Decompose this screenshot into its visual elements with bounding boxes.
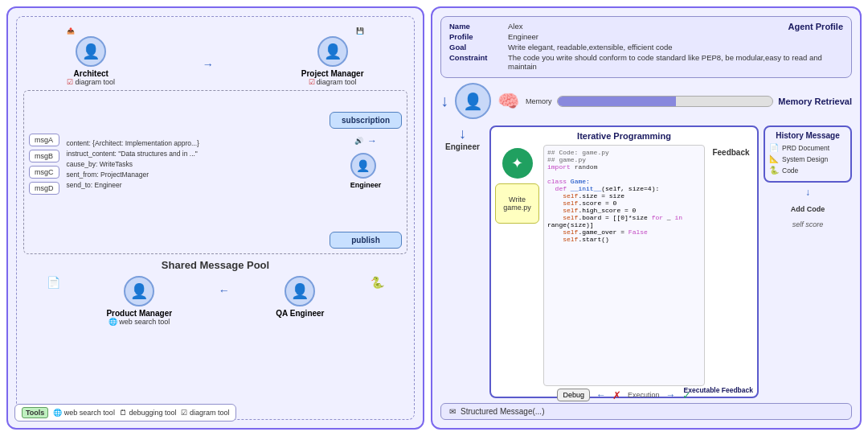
- project-manager-node: 💾 👤 Project Manager ☑ diagram tool: [301, 27, 364, 86]
- sysdesign-label: System Design: [782, 155, 828, 163]
- right-panel: Agent Profile NameAlex ProfileEngineer G…: [431, 6, 862, 430]
- history-down-arrow: ↓: [764, 187, 852, 198]
- right-arrow: →: [367, 135, 377, 146]
- memory-section: ↓ 👤 🧠 Memory Memory Retrieval: [440, 83, 852, 119]
- architect-upload-icon: 📤: [67, 27, 75, 35]
- left-panel: 📤 👤 Architect ☑ diagram tool →: [6, 6, 424, 430]
- memory-bar-container: Memory Memory Retrieval: [526, 96, 852, 107]
- product-manager-label: Product Manager: [106, 309, 172, 318]
- self-score-label: self score: [764, 220, 852, 228]
- audio-icon: 🔊: [354, 137, 363, 145]
- feedback-col: Feedback: [709, 145, 753, 386]
- architect-tool-icon: ☑: [67, 78, 73, 86]
- cross-icon: ✗: [612, 389, 621, 401]
- engineer-main-avatar: 👤: [455, 83, 491, 119]
- code-line-8: self.high_score = 0: [547, 207, 701, 214]
- architect-node: 📤 👤 Architect ☑ diagram tool: [67, 27, 115, 86]
- qa-engineer-node: 👤 QA Engineer: [276, 276, 324, 326]
- memory-bar: [557, 96, 774, 107]
- code-line-1: ## Code: game.py: [547, 149, 701, 156]
- pm-save-icon: 💾: [356, 27, 364, 35]
- history-code: 🐍 Code: [769, 166, 846, 175]
- structured-message: ✉ Structured Message(...): [440, 403, 852, 420]
- code-label: Code: [782, 167, 798, 175]
- engineer-avatar-small: 👤: [350, 153, 376, 179]
- sysdesign-icon: 📐: [769, 154, 779, 163]
- engineer-down-arrow: ↓: [459, 125, 466, 142]
- publish-box: publish: [330, 232, 402, 249]
- msg-line5: send_to: Engineer: [67, 181, 322, 189]
- diagram-tool-item: ☑ diagram tool: [181, 409, 229, 417]
- pm-label: Project Manager: [301, 69, 364, 78]
- bottom-agents: 📄 👤 Product Manager 🌐 web search tool ← …: [23, 276, 407, 326]
- exec-right-arrow: →: [666, 389, 676, 401]
- msg-b: msgB: [29, 150, 59, 162]
- memory-label: Memory: [526, 97, 552, 105]
- architect-avatar: 👤: [76, 36, 106, 67]
- executable-feedback-label: Executable Feedback: [684, 386, 753, 394]
- engineer-right-label: 👤 Engineer: [350, 153, 382, 189]
- write-game-btn: Write game.py: [495, 183, 539, 224]
- prd-icon: 📄: [769, 143, 779, 152]
- goal-key: Goal: [449, 43, 502, 51]
- pm-tool-icon: ☑: [309, 78, 315, 86]
- web-icon: 🌐: [108, 318, 117, 326]
- msg-d: msgD: [29, 182, 59, 195]
- tools-legend: Tools 🌐 web search tool 🗒 debugging tool…: [14, 404, 236, 422]
- right-side-col: History Message 📄 PRD Document 📐 System …: [764, 125, 852, 398]
- structured-msg-text: Structured Message(...): [461, 407, 544, 416]
- message-content: content: {Architect: Implementation appr…: [63, 100, 326, 228]
- code-line-7: self.score = 0: [547, 199, 701, 207]
- msg-line3: cause_by: WriteTasks: [67, 160, 322, 168]
- work-area: ↓ Engineer Iterative Programming ✦ Write…: [440, 125, 852, 398]
- qa-label: QA Engineer: [276, 309, 324, 318]
- history-sysdesign: 📐 System Design: [769, 154, 846, 163]
- qa-avatar: 👤: [285, 276, 315, 306]
- code-line-3: import random: [547, 163, 701, 171]
- history-box: History Message 📄 PRD Document 📐 System …: [764, 125, 852, 183]
- code-icon: 🐍: [769, 166, 779, 175]
- shared-message-pool-title: Shared Message Pool: [23, 259, 407, 271]
- memory-retrieval-label: Memory Retrieval: [778, 97, 852, 106]
- constraint-val: The code you write should conform to cod…: [508, 53, 843, 71]
- arch-to-pm-arrow: →: [203, 42, 214, 86]
- name-key: Name: [449, 22, 502, 31]
- web-search-item: 🌐 web search tool: [53, 409, 115, 417]
- product-manager-tool: web search tool: [119, 318, 170, 326]
- profile-table: NameAlex ProfileEngineer GoalWrite elega…: [449, 22, 843, 71]
- pm-tool-label: diagram tool: [317, 78, 357, 86]
- code-line-12: self.start(): [547, 236, 701, 243]
- profile-title: Agent Profile: [788, 22, 843, 31]
- product-manager-avatar: 👤: [124, 276, 154, 306]
- msg-line2: instruct_content: "Data structures and i…: [67, 150, 322, 158]
- code-line-6: self.size = size: [547, 192, 701, 199]
- memory-bar-fill: [558, 97, 676, 106]
- debug-box: Debug: [557, 389, 590, 401]
- pm-avatar: 👤: [317, 36, 348, 67]
- msg-line4: sent_from: ProjectManager: [67, 171, 322, 179]
- engineer-label-col: ↓ Engineer: [440, 125, 485, 398]
- code-line-9: self.board = [[0]*size for _ in: [547, 214, 701, 221]
- profile-key: Profile: [449, 32, 502, 41]
- email-icon: ✉: [449, 407, 456, 416]
- profile-val: Engineer: [508, 32, 843, 41]
- add-code-label: Add Code: [764, 205, 852, 213]
- constraint-key: Constraint: [449, 53, 502, 71]
- code-line-11: self.game_over = False: [547, 228, 701, 236]
- python-icon: 🐍: [371, 276, 384, 289]
- code-line-2: ## game.py: [547, 156, 701, 163]
- msg-line1: content: {Architect: Implementation appr…: [67, 139, 322, 147]
- feedback-label: Feedback: [712, 148, 749, 157]
- msg-a: msgA: [29, 134, 59, 146]
- code-line-4: class Game:: [547, 178, 701, 185]
- debug-left-arrow: ←: [596, 389, 606, 401]
- debug-tool-item: 🗒 debugging tool: [120, 409, 177, 417]
- gpt-icon: ✦: [502, 148, 533, 179]
- pdf-icon: 📄: [47, 276, 60, 289]
- brain-icon: 🧠: [497, 91, 519, 112]
- code-line-10: range(size)]: [547, 221, 701, 228]
- message-list: msgA msgB msgC msgD: [29, 100, 59, 228]
- architect-label: Architect: [74, 69, 108, 78]
- subscription-box: subscription: [330, 112, 402, 129]
- history-prd: 📄 PRD Document: [769, 143, 846, 152]
